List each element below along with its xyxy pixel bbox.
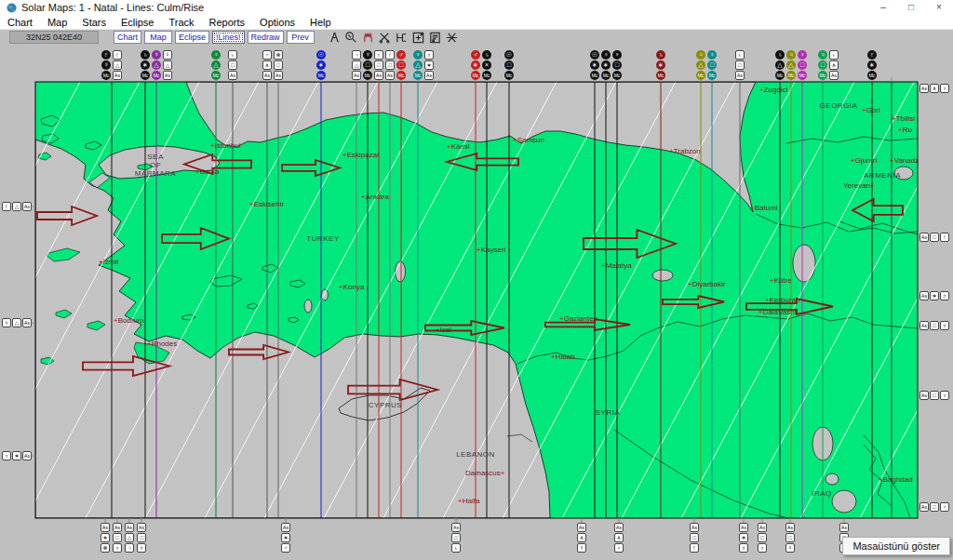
glyph-badge: ♃ xyxy=(125,543,134,553)
glyph-badge: As xyxy=(690,523,699,532)
solar-maps-window: Solar Maps: 1 - Natal - Lines: Culm/Rise… xyxy=(0,0,953,560)
glyph-badge: ♃ xyxy=(818,50,827,60)
glyph-badge: × xyxy=(482,60,491,70)
glyph-badge: As xyxy=(281,523,290,532)
glyph-badge: ♇ xyxy=(2,202,11,211)
glyph-badge: □ xyxy=(690,533,699,542)
glyph-badge: Mc xyxy=(504,71,514,80)
glyph-badge: ∧ xyxy=(614,533,624,542)
glyph-badge: As xyxy=(919,391,929,400)
bottom-line-marker: As□♆ xyxy=(113,523,122,553)
region-label: TURKEY xyxy=(306,234,340,243)
glyph-badge: ♃ xyxy=(696,50,705,60)
top-line-marker: ☉□Mc xyxy=(504,50,514,80)
city-label: +Eskisehir xyxy=(249,200,284,208)
city-label: +Tbilisi xyxy=(892,114,915,123)
glyph-badge: As xyxy=(113,523,122,532)
glyph-badge: ♆ xyxy=(758,543,767,553)
city-label: +Haifa xyxy=(458,497,480,505)
glyph-badge: □ xyxy=(798,60,807,70)
glyph-badge: ♄ xyxy=(482,50,491,60)
top-line-marker: ☉∗Mc xyxy=(316,50,326,80)
glyph-badge: ♂ xyxy=(281,543,290,553)
glyph-badge: As xyxy=(137,523,146,532)
glyph-badge: As xyxy=(739,523,748,532)
glyph-badge: Mc xyxy=(707,71,717,80)
glyph-badge: ♆ xyxy=(113,543,122,553)
right-line-marker: As□♅ xyxy=(919,321,949,330)
glyph-badge: ♆ xyxy=(940,84,949,93)
bottom-line-marker: As△♃ xyxy=(125,523,134,553)
city-label: +Ru xyxy=(898,126,912,134)
glyph-badge: ♅ xyxy=(137,543,146,553)
glyph-badge: As xyxy=(113,71,122,80)
city-label: +Istanbul xyxy=(210,141,241,150)
glyph-badge: ∗ xyxy=(424,60,434,70)
top-line-marker: ☉∗Mc♀∗Mc♆□Mc xyxy=(590,50,622,80)
glyph-badge: Mc xyxy=(363,71,372,80)
glyph-badge: ♆ xyxy=(612,50,622,60)
glyph-badge: ♅ xyxy=(940,291,949,300)
glyph-badge: ♇ xyxy=(385,50,395,60)
glyph-badge: ⊗ xyxy=(101,543,110,553)
region-label: IRAQ xyxy=(812,489,832,498)
glyph-badge: □ xyxy=(137,533,146,542)
top-line-marker: ♇∗Mc xyxy=(867,50,877,80)
right-line-marker: As∗♅ xyxy=(919,291,949,300)
bottom-line-marker: As□♆ xyxy=(758,523,767,553)
glyph-badge: ♇ xyxy=(867,50,877,60)
glyph-badge: □ xyxy=(274,60,283,70)
glyph-badge: ♂ xyxy=(940,502,949,512)
glyph-badge: Mc xyxy=(786,71,796,80)
right-line-marker: As□♆ xyxy=(919,391,949,400)
top-line-marker: ♂∗Mc♄×Mc xyxy=(471,50,491,80)
bottom-line-marker: As□☿ xyxy=(785,523,795,553)
glyph-badge: As xyxy=(919,84,929,93)
glyph-badge: □ xyxy=(228,60,237,70)
glyph-badge: As xyxy=(274,71,283,80)
glyph-badge: Mc xyxy=(601,71,611,80)
glyph-badge: □ xyxy=(930,502,939,512)
glyph-badge: As xyxy=(758,523,767,532)
glyph-badge: Mc xyxy=(141,71,150,80)
glyph-badge: Mc xyxy=(775,71,785,80)
city-label: +Ankara xyxy=(361,193,390,201)
city-label: +Malatya xyxy=(601,261,632,270)
glyph-badge: ∗ xyxy=(739,533,748,542)
city-label: +Halab xyxy=(551,353,575,361)
glyph-badge: Mc xyxy=(413,71,423,80)
glyph-badge: ♃ xyxy=(352,50,361,60)
glyph-badge: ♂ xyxy=(396,50,406,60)
right-line-marker: As□♇ xyxy=(919,233,949,242)
glyph-badge: ♄ xyxy=(775,50,785,60)
glyph-badge: As xyxy=(735,71,745,80)
glyph-badge: Mc xyxy=(152,71,161,80)
glyph-badge: ♇ xyxy=(690,543,699,553)
region-label: ARMENIA xyxy=(864,171,901,180)
glyph-badge: □ xyxy=(735,60,745,70)
glyph-badge: As xyxy=(919,502,929,512)
map-canvas[interactable]: SEAOFMARMARATURKEYCYPRUSSYRIALEBANONGEOR… xyxy=(0,0,953,560)
city-label: +Eskipazar xyxy=(342,151,380,159)
top-line-marker: ♄□As xyxy=(735,50,745,80)
glyph-badge: ☉ xyxy=(504,50,514,60)
glyph-badge: △ xyxy=(152,60,161,70)
glyph-badge: ♄ xyxy=(228,50,237,60)
glyph-badge: □ xyxy=(707,60,717,70)
glyph-badge: As xyxy=(125,523,134,532)
city-label: Damascus+ xyxy=(465,469,505,477)
glyph-badge: ☿ xyxy=(785,543,795,553)
city-label: +Izmir xyxy=(99,258,119,266)
glyph-badge: ♆ xyxy=(2,451,11,460)
glyph-badge: ∧ xyxy=(577,533,586,542)
glyph-badge: △ xyxy=(113,60,122,70)
glyph-badge: ♄ xyxy=(141,50,150,60)
glyph-badge: ♇ xyxy=(940,233,949,242)
glyph-badge: As xyxy=(22,202,32,211)
city-label: +Batumi xyxy=(750,204,778,212)
glyph-badge: △ xyxy=(163,60,172,70)
glyph-badge: As xyxy=(163,71,172,80)
bottom-line-marker: As∧☿ xyxy=(577,523,586,553)
right-line-marker: As□♂ xyxy=(919,502,949,512)
glyph-badge: ♂ xyxy=(471,50,480,60)
